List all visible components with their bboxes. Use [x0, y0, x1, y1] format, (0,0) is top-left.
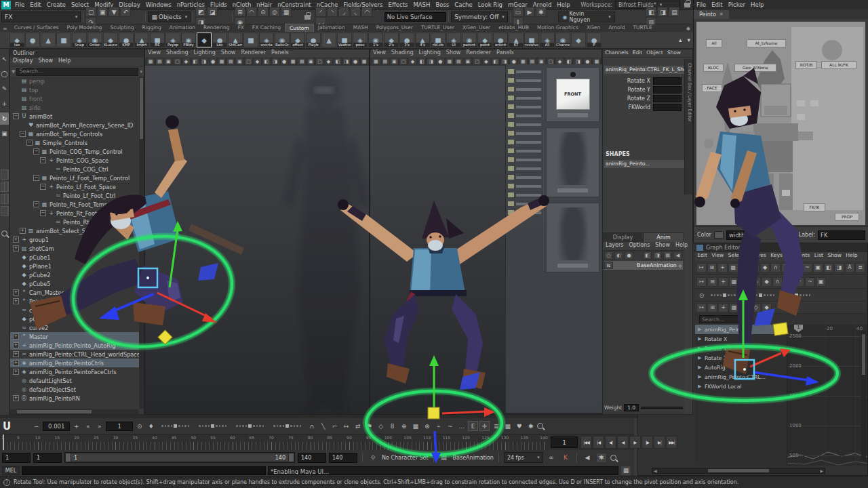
width-field[interactable]: width	[726, 230, 751, 240]
shelf-tab-motion-graphics[interactable]: Motion Graphics	[533, 24, 583, 32]
tween-decrement-icon[interactable]: −	[31, 421, 41, 431]
noise-icon[interactable]: ⌁	[433, 421, 443, 431]
scrollbar-thumb[interactable]	[708, 469, 769, 472]
picker-button-bloc[interactable]: BLOC	[703, 64, 724, 72]
expand-toggle-icon[interactable]: +	[20, 228, 26, 234]
channel-row-fkworld[interactable]: FKWorld	[604, 103, 684, 112]
bookmarks-icon[interactable]: □	[399, 58, 408, 65]
animation-layer-row[interactable]: Is BaseAnimation ⬦	[604, 261, 683, 270]
layer-editor-tab-anim[interactable]: Anim	[644, 233, 684, 242]
figure-eight-icon[interactable]: 8	[387, 421, 397, 431]
use-default-material-icon[interactable]: ▤	[298, 58, 306, 65]
outliner-item-pplane1[interactable]: ◆pPlane1	[10, 262, 144, 270]
grid-snap-icon[interactable]: ▦	[410, 421, 420, 431]
center-current-time-icon[interactable]: ╲	[781, 263, 791, 272]
viewport-left-menu-shading[interactable]: Shading	[163, 49, 191, 58]
prev-key-icon[interactable]: «	[83, 421, 93, 431]
move-nearest-key-icon[interactable]: ↦	[696, 263, 707, 272]
picker-button-at-tvname[interactable]: At_tvName	[747, 39, 786, 47]
outliner-item-animrig-peintorn[interactable]: +ⓇanimRig_PeintoRN	[10, 394, 144, 403]
weight-slider[interactable]	[641, 407, 683, 409]
pin-channel-icon[interactable]: ⌐	[794, 277, 804, 287]
picker-menu-picker[interactable]: Picker	[726, 1, 748, 8]
browser-folder-row[interactable]	[508, 190, 541, 199]
shelf-tab-eblabs-hub[interactable]: eblabs_HUB	[494, 24, 533, 32]
snap-to-view-plane-icon[interactable]: ▦	[281, 7, 292, 17]
shape-node-name[interactable]: animRig_Peinto...	[604, 160, 684, 168]
graph-editor-horizontal-scrollbar[interactable]: ◀ ▶	[652, 468, 825, 474]
shelf-button-2-s[interactable]: ◆2's	[384, 33, 399, 47]
plateau-tangent-icon[interactable]: ≣	[855, 263, 865, 272]
slider-handle[interactable]	[248, 424, 252, 428]
browser-folder-row[interactable]	[508, 138, 541, 146]
lighting-all-icon[interactable]: ▣	[307, 58, 315, 65]
expand-toggle-icon[interactable]: +	[13, 360, 19, 366]
layer-mute-toggle[interactable]: Is	[604, 262, 613, 269]
outliner-item-side[interactable]: ▤side	[10, 103, 144, 112]
picker-button-fk-ik[interactable]: FK/IK	[804, 203, 825, 211]
grease-pencil-icon[interactable]: ◨	[427, 58, 435, 65]
outliner-item-defaultlightset[interactable]: ◎defaultLightSet	[10, 376, 144, 385]
range-end-grip[interactable]	[289, 453, 294, 462]
outliner-item-group1[interactable]: ++group1	[10, 235, 144, 244]
shelf-button-orient[interactable]: ●orient	[493, 33, 508, 47]
shelf-button-ui[interactable]: ◈UI	[446, 33, 461, 47]
select-camera-icon[interactable]: ▦	[372, 58, 380, 65]
delete-key-icon[interactable]: ⊗	[422, 421, 432, 431]
current-time-indicator[interactable]	[3, 434, 4, 451]
viewport-left-menu-renderer[interactable]: Renderer	[238, 49, 269, 58]
color-swatch[interactable]	[714, 231, 724, 239]
zoom-tool-icon[interactable]	[1, 230, 7, 237]
outliner-item-shotcam[interactable]: +▤shotCam	[10, 244, 144, 253]
picker-button-rot-b[interactable]: ROT/B	[795, 61, 817, 69]
shelf-menu-icon[interactable]: ≡	[0, 26, 10, 32]
shelf-button-klaunc[interactable]: ◆KLaunc	[103, 33, 118, 47]
outliner-item-peinto-rt-foot-temp-control[interactable]: −▦Peinto_Rt_Foot_Temp_Control	[10, 200, 144, 209]
mute-channel-icon[interactable]: ▣	[816, 277, 826, 287]
outliner-menu-display[interactable]: Display	[10, 58, 36, 66]
shelf-button-channe[interactable]: ◉Channe	[555, 33, 570, 47]
shelf-tab-fx[interactable]: FX	[233, 24, 248, 32]
shelf-button-icon-1[interactable]: ●	[25, 33, 40, 47]
channel-row-rotate-x[interactable]: Rotate X	[604, 77, 684, 85]
selected-object-name[interactable]: animRig_Peinto:CTRL_FK_L_Shoulder	[604, 66, 684, 74]
open-scene-icon[interactable]: ▣	[97, 7, 108, 17]
construction-history-icon[interactable]: ◠	[361, 7, 372, 17]
graph-tween-slider-3[interactable]	[783, 293, 810, 297]
outliner-item-peinto-rt-foot-ctrl[interactable]: ≈Peinto_Rt_Foot_Ctrl	[10, 218, 144, 226]
expand-toggle-icon[interactable]: +	[13, 245, 19, 251]
spline-tangent-icon[interactable]: ~	[802, 263, 812, 272]
shelf-button-onion[interactable]: ◉Onion	[87, 33, 102, 47]
play-backwards-button[interactable]: ◀	[617, 436, 629, 449]
browser-folder-row[interactable]	[508, 129, 541, 138]
outliner-item-pcube5[interactable]: ◆pCube5	[10, 279, 144, 288]
ease-curve-icon[interactable]: ∩	[307, 421, 317, 431]
menu-effects[interactable]: Effects	[386, 1, 411, 8]
shelf-button-3-s[interactable]: ●3's	[399, 33, 414, 47]
script-editor-icon[interactable]: ▦	[620, 466, 631, 476]
expand-toggle-icon[interactable]: −	[33, 175, 39, 181]
fps-dropdown[interactable]: 24 fps ▾	[504, 452, 543, 463]
channel-box-menu-edit[interactable]: Edit	[631, 49, 645, 57]
graph-editor-menu-list[interactable]: List	[812, 252, 826, 261]
menu-mash[interactable]: MASH	[410, 1, 433, 8]
outliner-item-peinto-cog-space[interactable]: −+Peinto_COG_Space	[10, 156, 144, 165]
render-settings-icon[interactable]: ✱	[536, 7, 547, 17]
animation-preferences-icon[interactable]: ✱	[596, 453, 607, 463]
viewport-right-menu-panels[interactable]: Panels	[494, 49, 517, 58]
picker-menu-file[interactable]: File	[694, 1, 709, 8]
expand-toggle-icon[interactable]: +	[13, 342, 19, 348]
shelf-button-imprt[interactable]: ▲Imprt	[134, 33, 149, 47]
outliner-item-animrig-peinto-peintoctrls[interactable]: +◈animRig_Peinto:PeintoCtrls	[10, 359, 144, 367]
viewport-right-menu-lighting[interactable]: Lighting	[416, 49, 443, 58]
flag-pose-icon[interactable]: ⚑	[364, 421, 374, 431]
shelf-button-icon-3[interactable]: ■	[56, 33, 71, 47]
snap-to-grid-icon[interactable]: ⊞	[235, 7, 245, 17]
retime-tool-icon[interactable]: ◇	[749, 263, 760, 272]
tween-increment-icon[interactable]: +	[71, 421, 81, 431]
channel-value-field[interactable]	[653, 77, 682, 85]
linear-tangent-icon[interactable]: ◧	[824, 263, 834, 272]
animation-start-field[interactable]: 1	[2, 453, 31, 463]
viewport-right-menu-renderer[interactable]: Renderer	[463, 49, 494, 58]
viewport-left-menu-show[interactable]: Show	[218, 49, 239, 58]
